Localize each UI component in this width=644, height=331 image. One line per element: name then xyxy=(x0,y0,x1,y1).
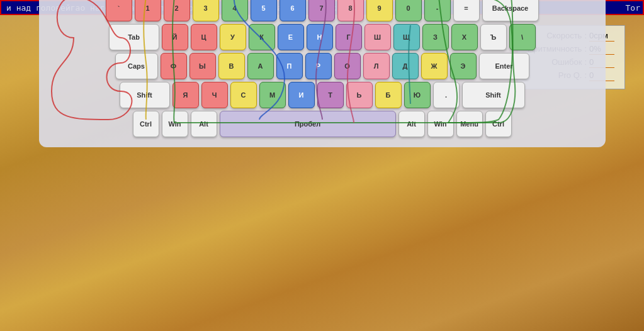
keyboard-row-2: CapsФЫВАПРОЛДЖЭEnter xyxy=(49,53,596,79)
key-в-2-3[interactable]: В xyxy=(218,53,245,79)
key-backspace-0-13[interactable]: Backspace xyxy=(482,0,539,21)
key-alt-4-2[interactable]: Alt xyxy=(191,111,217,137)
key-4-0-4[interactable]: 4 xyxy=(222,0,248,21)
key-м-3-4[interactable]: М xyxy=(259,82,286,108)
key-ъ-1-12[interactable]: Ъ xyxy=(480,24,507,50)
key-э-2-11[interactable]: Э xyxy=(450,53,477,79)
key---3-10[interactable]: . xyxy=(433,82,460,108)
keyboard-row-1: TabЙЦУКЕНГШЩЗХЪ\ xyxy=(49,24,596,50)
key-ю-3-9[interactable]: Ю xyxy=(404,82,431,108)
key-6-0-6[interactable]: 6 xyxy=(280,0,306,21)
keyboard-row-4: CtrlWinAltПробелAltWinMenuCtrl xyxy=(49,111,596,137)
key-tab-1-0[interactable]: Tab xyxy=(109,24,159,50)
key-п-2-5[interactable]: П xyxy=(276,53,303,79)
key-г-1-7[interactable]: Г xyxy=(336,24,362,50)
key-2-0-2[interactable]: 2 xyxy=(164,0,190,21)
key-ф-2-1[interactable]: Ф xyxy=(161,53,187,79)
key-shift-3-11[interactable]: Shift xyxy=(462,82,525,108)
key-shift-3-0[interactable]: Shift xyxy=(120,82,170,108)
key-р-2-6[interactable]: Р xyxy=(305,53,332,79)
key-7-0-7[interactable]: 7 xyxy=(308,0,335,21)
key---0-11[interactable]: - xyxy=(424,0,451,21)
key-й-1-1[interactable]: Й xyxy=(162,24,188,50)
key-8-0-8[interactable]: 8 xyxy=(337,0,364,21)
keyboard-row-0: `1234567890-=Backspace xyxy=(49,0,596,21)
key-9-0-9[interactable]: 9 xyxy=(366,0,393,21)
key-щ-1-9[interactable]: Щ xyxy=(393,24,420,50)
key-0-0-10[interactable]: 0 xyxy=(395,0,422,21)
key-я-3-1[interactable]: Я xyxy=(172,82,199,108)
key-н-1-6[interactable]: Н xyxy=(307,24,333,50)
key-ч-3-2[interactable]: Ч xyxy=(201,82,228,108)
key-5-0-5[interactable]: 5 xyxy=(251,0,277,21)
key-к-1-4[interactable]: К xyxy=(249,24,275,50)
key-menu-4-6[interactable]: Menu xyxy=(456,111,483,137)
key-о-2-7[interactable]: О xyxy=(334,53,361,79)
key-enter-2-12[interactable]: Enter xyxy=(479,53,529,79)
key-х-1-11[interactable]: Х xyxy=(451,24,478,50)
key---0-12[interactable]: = xyxy=(453,0,480,21)
key-т-3-6[interactable]: Т xyxy=(317,82,344,108)
key-3-0-3[interactable]: 3 xyxy=(193,0,219,21)
key-win-4-5[interactable]: Win xyxy=(427,111,454,137)
key-у-1-3[interactable]: У xyxy=(220,24,246,50)
key-win-4-1[interactable]: Win xyxy=(162,111,188,137)
key-ц-1-2[interactable]: Ц xyxy=(191,24,217,50)
key-1-0-1[interactable]: 1 xyxy=(135,0,161,21)
key---0-0[interactable]: ` xyxy=(106,0,132,21)
key-caps-2-0[interactable]: Caps xyxy=(115,53,158,79)
key-ы-2-2[interactable]: Ы xyxy=(189,53,216,79)
keyboard: `1234567890-=BackspaceTabЙЦУКЕНГШЩЗХЪ\Ca… xyxy=(39,0,606,147)
key-ш-1-8[interactable]: Ш xyxy=(364,24,391,50)
key-ctrl-4-0[interactable]: Ctrl xyxy=(133,111,159,137)
key-л-2-8[interactable]: Л xyxy=(363,53,390,79)
key-ctrl-4-7[interactable]: Ctrl xyxy=(485,111,512,137)
key-а-2-4[interactable]: А xyxy=(247,53,274,79)
key-е-1-5[interactable]: Е xyxy=(278,24,304,50)
tor-label: Tor xyxy=(623,3,643,13)
key-ь-3-7[interactable]: Ь xyxy=(346,82,373,108)
key-alt-4-4[interactable]: Alt xyxy=(398,111,425,137)
key-и-3-5[interactable]: И xyxy=(288,82,315,108)
key-з-1-10[interactable]: З xyxy=(422,24,449,50)
key-пробел-4-3[interactable]: Пробел xyxy=(220,111,396,137)
key-д-2-9[interactable]: Д xyxy=(392,53,419,79)
key-с-3-3[interactable]: С xyxy=(230,82,257,108)
key-ж-2-10[interactable]: Ж xyxy=(421,53,448,79)
keyboard-row-3: ShiftЯЧСМИТЬБЮ.Shift xyxy=(49,82,596,108)
key---1-13[interactable]: \ xyxy=(509,24,536,50)
key-б-3-8[interactable]: Б xyxy=(375,82,402,108)
